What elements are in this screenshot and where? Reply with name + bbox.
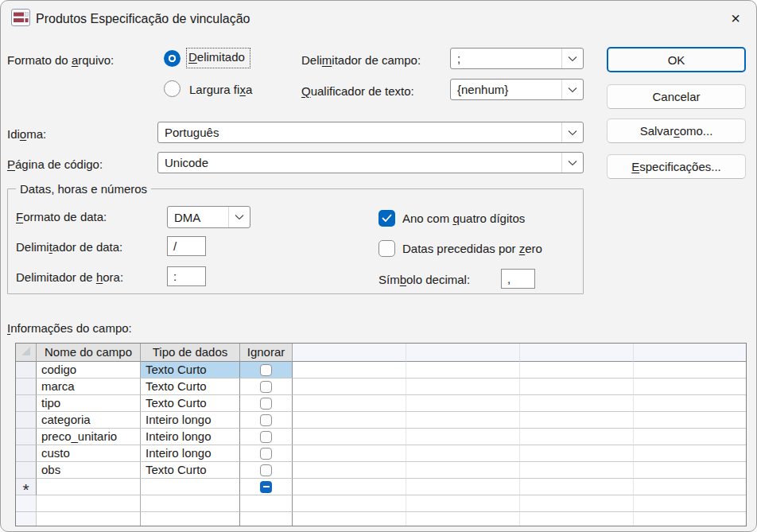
grid-empty-cell [293,429,406,445]
select-all-corner[interactable] [16,344,37,362]
ignore-cell[interactable] [240,445,293,462]
ignore-cell[interactable] [240,395,293,412]
new-row-selector[interactable]: * [16,479,37,495]
decimal-symbol-input[interactable]: , [501,269,535,289]
date-order-combo[interactable]: DMA [167,206,250,228]
chevron-down-icon[interactable] [228,207,250,227]
cancel-button[interactable]: Cancelar [607,84,746,109]
radio-delimited[interactable] [164,50,181,67]
grid-empty-cell [634,512,746,526]
field-row: tipo Texto Curto [16,395,746,412]
data-type-cell[interactable]: Texto Curto [141,379,240,395]
data-type-cell[interactable] [141,479,240,495]
field-name-cell[interactable]: obs [37,462,141,479]
language-combo[interactable]: Português [157,122,584,143]
language-value: Português [158,122,561,142]
file-format-label: Formato do arquivo: [7,52,114,68]
field-name-cell[interactable]: categoria [37,412,141,429]
save-as-button[interactable]: Salvar como... [607,118,746,143]
language-label: Idioma: [7,126,46,142]
ignore-checkbox[interactable] [260,464,272,476]
ignore-checkbox[interactable] [260,431,272,443]
field-name-cell[interactable]: marca [37,379,141,395]
dates-times-numbers-group: Datas, horas e números Formato de data: … [7,182,584,294]
leading-zeros-checkbox[interactable] [378,240,395,257]
data-type-cell[interactable]: Texto Curto [141,462,240,479]
row-selector [16,512,37,526]
grid-empty-cell [520,412,634,429]
ok-button[interactable]: OK [607,47,746,72]
code-page-combo[interactable]: Unicode [157,152,584,173]
grid-empty-cell [37,495,141,512]
row-selector[interactable] [16,395,37,412]
ignore-cell[interactable] [240,429,293,445]
field-name-cell[interactable]: preco_unitario [37,429,141,445]
chevron-down-icon[interactable] [561,153,583,173]
field-delimiter-combo[interactable]: ; [450,48,584,69]
grid-empty-cell [634,395,746,412]
ignore-cell[interactable] [240,412,293,429]
field-delimiter-value: ; [451,49,561,68]
specifications-button[interactable]: Especificações... [607,154,746,179]
grid-empty-cell [293,462,406,479]
radio-delimited-focus[interactable]: Delimitado [186,48,250,68]
time-delimiter-input[interactable]: : [167,266,206,286]
chevron-down-icon[interactable] [561,122,583,142]
ignore-checkbox[interactable] [260,448,272,460]
data-type-cell[interactable]: Texto Curto [141,395,240,412]
ignore-checkbox-indeterminate[interactable] [260,481,272,493]
data-type-cell[interactable]: Inteiro longo [141,429,240,445]
new-field-row: * [16,479,746,495]
leading-zeros-label: Datas precedidas por zero [402,241,542,257]
ignore-cell[interactable] [240,479,293,495]
grid-empty-cell [141,512,240,526]
date-order-label: Formato de data: [16,209,107,225]
ignore-cell[interactable] [240,362,293,379]
row-selector[interactable] [16,412,37,429]
grid-empty-cell [293,412,406,429]
row-selector [16,495,37,512]
radio-fixed-width[interactable] [164,80,181,97]
field-row: codigo Texto Curto [16,362,746,379]
row-selector[interactable] [16,362,37,379]
field-name-cell[interactable]: custo [37,445,141,462]
ignore-cell[interactable] [240,462,293,479]
field-name-cell[interactable] [37,479,141,495]
ignore-checkbox[interactable] [260,398,272,410]
ignore-checkbox[interactable] [260,381,272,393]
data-type-cell[interactable]: Inteiro longo [141,412,240,429]
text-qualifier-combo[interactable]: {nenhum} [450,79,584,100]
corner-triangle-icon [21,347,30,355]
data-type-cell[interactable]: Inteiro longo [141,445,240,462]
field-row: preco_unitario Inteiro longo [16,429,746,445]
four-digit-years-checkbox[interactable] [378,210,395,227]
grid-empty-cell [406,362,520,379]
chevron-down-icon[interactable] [561,49,583,68]
row-selector[interactable] [16,462,37,479]
grid-empty-header [406,344,520,362]
row-selector[interactable] [16,379,37,395]
field-name-cell[interactable]: codigo [37,362,141,379]
row-selector[interactable] [16,429,37,445]
specification-dialog-icon [11,9,30,26]
row-selector[interactable] [16,445,37,462]
grid-empty-cell [293,445,406,462]
date-delimiter-input[interactable]: / [167,236,206,256]
grid-empty-cell [293,479,406,495]
field-info-label: Informações do campo: [7,320,132,336]
grid-empty-cell [293,395,406,412]
radio-delimited-label: Delimitado [188,50,245,64]
grid-empty-cell [520,395,634,412]
chevron-down-icon[interactable] [561,80,583,99]
code-page-label: Página de código: [7,157,103,173]
date-order-value: DMA [168,208,228,227]
ignore-checkbox[interactable] [260,364,272,376]
ignore-cell[interactable] [240,379,293,395]
field-name-cell[interactable]: tipo [37,395,141,412]
grid-empty-header [634,344,746,362]
ignore-checkbox[interactable] [260,414,272,426]
grid-empty-cell [520,512,634,526]
data-type-cell[interactable]: Texto Curto [141,362,240,379]
close-icon[interactable]: × [720,4,751,33]
column-header-ignore: Ignorar [240,344,293,362]
